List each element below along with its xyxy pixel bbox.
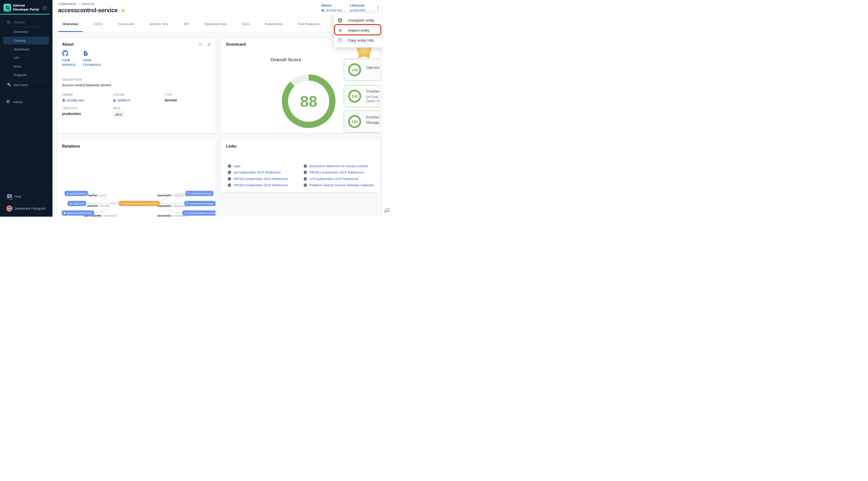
field-system: SYSTEM platform <box>113 93 130 102</box>
tag-chip-java[interactable]: java <box>113 111 124 118</box>
entity-breadcrumb: COMPONENT — SERVICE <box>58 2 95 5</box>
sidebar-item-workflows[interactable]: Workflows <box>0 45 53 53</box>
chip-component-icon <box>184 212 187 214</box>
graph-node-pl-play-acc[interactable]: pl-play-acc <box>68 201 86 206</box>
score-circle: 100 <box>348 115 361 128</box>
scorecard-heading: Scorecard <box>226 42 246 47</box>
circuit-logo-icon <box>5 5 10 10</box>
sidebar-item-devtools[interactable]: DevTools <box>0 81 53 89</box>
graph-node-component-ng-manager[interactable]: component:ng-manager <box>184 201 216 206</box>
kebab-menu-icon[interactable] <box>376 5 381 11</box>
graph-node-component-accesscontrol-service[interactable]: component:accesscontrol-service <box>119 201 160 206</box>
score-circle: 100 <box>348 63 361 76</box>
links-heading: Links <box>226 144 237 149</box>
edit-pencil-icon[interactable] <box>207 42 212 48</box>
favorite-star-icon[interactable]: ★ <box>121 7 125 13</box>
chip-component-icon <box>187 192 190 195</box>
tab-jenkins-test[interactable]: Jenkins Test <box>145 16 173 32</box>
field-description: DESCRIPTION Access control backend servi… <box>62 78 111 87</box>
lifecycle-block: Lifecycle production <box>350 3 366 12</box>
owner-block: Owner pl-play-acc <box>321 3 342 12</box>
link-release-calendar[interactable]: Platform Owned Service Release Calendar <box>303 183 374 187</box>
entity-header: COMPONENT — SERVICE accesscontrol-servic… <box>53 0 382 16</box>
graph-node-api-accesscontrol-service[interactable]: api:accesscontrol-service <box>62 211 94 216</box>
chat-help-icon[interactable] <box>7 194 12 199</box>
menu-item-unregister-entity[interactable]: ✕ Unregister entity <box>334 15 382 25</box>
link-qa-kubernetes[interactable]: QA kubernetes GCP Reference <box>227 170 281 174</box>
bug-icon <box>338 28 342 33</box>
tab-dependencies[interactable]: Dependencies <box>200 16 231 32</box>
scorecard-item-operational-readiness[interactable]: 100 Operational readiness <box>344 59 379 81</box>
techdocs-icon <box>83 50 88 57</box>
user-avatar[interactable]: DP <box>6 205 12 212</box>
scorecard-item-prodsec-health[interactable]: 100 ProdSec Health Q4 Goal, mission impo… <box>344 85 379 107</box>
score-circle: 100 <box>348 90 361 103</box>
people-icon <box>62 99 66 102</box>
owner-label: Owner <box>321 3 342 7</box>
sidebar-item-help[interactable]: Help <box>14 195 21 198</box>
tab-api[interactable]: API <box>179 16 194 32</box>
field-owner: OWNER pl-play-acc <box>62 93 84 102</box>
feedback-chat-icon[interactable] <box>384 208 389 213</box>
wrench-icon <box>7 83 11 87</box>
refresh-icon[interactable] <box>198 42 203 48</box>
overall-score-value: 88 <box>282 74 336 128</box>
sidebar-item-admin[interactable]: Admin <box>0 98 53 106</box>
scorecard-item-prodsec-vulnerability[interactable]: 100 ProdSec-Vulnerability Management <box>344 110 379 133</box>
edge-label-haspart: hasPart / partOf <box>88 194 107 197</box>
sidebar-item-catalog[interactable]: Catalog <box>0 37 53 44</box>
tab-scorecard[interactable]: Scorecard <box>114 16 138 32</box>
globe-icon <box>303 170 307 174</box>
link-uat-kubernetes[interactable]: UAT kubernetes GCP Reference <box>303 177 359 181</box>
view-source-button[interactable]: VIEW SOURCE <box>62 50 84 67</box>
sidebar-search[interactable] <box>7 19 47 25</box>
globe-icon <box>303 164 307 168</box>
view-techdocs-button[interactable]: VIEW TECHDOCS <box>83 50 104 67</box>
chip-component-icon <box>186 202 189 204</box>
graph-node-component-manager[interactable]: component:manager <box>185 191 214 196</box>
system-entity-link[interactable]: platform <box>113 98 130 102</box>
graph-node-system-platform[interactable]: system:platform <box>65 191 88 196</box>
link-prod2-kubernetes[interactable]: PROD2 kubernetes GCP Reference <box>227 177 288 181</box>
field-type: TYPE Service <box>164 93 177 102</box>
globe-icon <box>227 183 231 187</box>
system-category-icon <box>113 99 116 102</box>
menu-item-inspect-entity[interactable]: Inspect entity <box>334 25 382 35</box>
relations-card: Relations system:platform pl-play-acc ap… <box>57 140 216 217</box>
tab-docs[interactable]: Docs <box>237 16 254 32</box>
apps-grid-icon[interactable] <box>43 6 46 10</box>
github-icon <box>62 50 68 57</box>
sidebar: Internal Developer Portal Overview Catal… <box>0 0 53 217</box>
sidebar-item-register[interactable]: Register <box>0 71 53 78</box>
main-content: About VIEW SOURCE VIEW TECHDOC <box>53 32 382 217</box>
links-card: Links repo QA kubernetes GCP Reference P… <box>221 140 379 192</box>
graph-node-component-platform-service[interactable]: component:platform-service <box>182 211 216 216</box>
scorecard-card: Scorecard Overall Score 88 100 Operation… <box>221 38 379 133</box>
owner-link[interactable]: pl-play-acc <box>321 8 342 12</box>
sidebar-item-overview[interactable]: Overview <box>0 28 53 35</box>
menu-item-copy-entity-url[interactable]: Copy entity URL <box>334 35 382 45</box>
search-input[interactable] <box>14 20 40 24</box>
tab-pull-requests[interactable]: Pull Requests <box>293 16 324 32</box>
sidebar-item-api[interactable]: API <box>0 54 53 62</box>
copy-icon <box>338 38 342 43</box>
owner-entity-link[interactable]: pl-play-acc <box>62 98 84 102</box>
tab-kubernetes[interactable]: Kubernetes <box>261 16 287 32</box>
sidebar-item-docs[interactable]: Docs <box>0 63 53 70</box>
tab-overview[interactable]: Overview <box>58 16 83 32</box>
people-icon <box>69 202 72 204</box>
overall-score-donut: 88 <box>282 74 336 128</box>
overall-score-label: Overall Score <box>261 57 311 63</box>
field-lifecycle: LIFECYCLE production <box>62 107 81 116</box>
link-prod1-kubernetes[interactable]: PROD1 kubernetes GCP Reference <box>303 170 364 174</box>
lifecycle-label: Lifecycle <box>350 3 366 7</box>
link-repo[interactable]: repo <box>227 164 240 168</box>
user-name: Debabrata Panigrahi <box>14 206 45 211</box>
circle-x-icon: ✕ <box>338 18 342 23</box>
chip-component-icon <box>121 202 123 204</box>
link-prod3-kubernetes[interactable]: PROD3 kubernetes GCP Reference <box>227 183 288 187</box>
brand-title: Internal Developer Portal <box>13 3 41 11</box>
tab-cicd[interactable]: CI/CD <box>89 16 107 32</box>
link-document-reference[interactable]: Document reference for Access-control <box>303 164 368 168</box>
app-logo-icon[interactable] <box>3 4 11 11</box>
